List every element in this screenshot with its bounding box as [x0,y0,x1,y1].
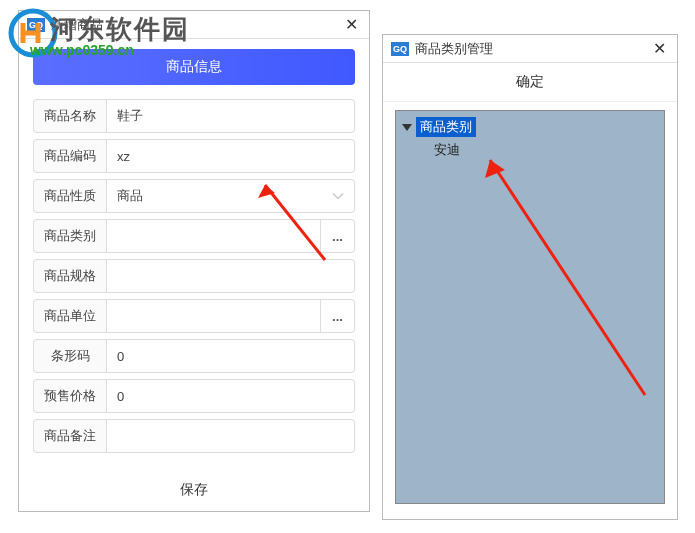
app-icon: GQ [391,42,409,56]
titlebar: GQ 商品类别管理 ✕ [383,35,677,63]
tree-collapse-icon[interactable] [402,124,412,131]
unit-input[interactable] [107,299,321,333]
barcode-label: 条形码 [33,339,107,373]
remark-input[interactable] [107,419,355,453]
category-manager-window: GQ 商品类别管理 ✕ 确定 商品类别 安迪 [382,34,678,520]
unit-label: 商品单位 [33,299,107,333]
tree-root-node[interactable]: 商品类别 [400,115,660,139]
chevron-down-icon [332,189,344,204]
watermark-url: www.pc0359.cn [30,42,134,58]
code-input[interactable]: xz [107,139,355,173]
new-product-window: GQ 新增商品 ✕ 商品信息 商品名称 鞋子 商品编码 xz 商品性质 商品 商… [18,10,370,512]
category-label: 商品类别 [33,219,107,253]
close-icon[interactable]: ✕ [649,39,669,59]
spec-label: 商品规格 [33,259,107,293]
nature-label: 商品性质 [33,179,107,213]
category-tree: 商品类别 安迪 [395,110,665,504]
save-button[interactable]: 保存 [33,473,355,507]
code-label: 商品编码 [33,139,107,173]
category-browse-button[interactable]: ... [321,219,355,253]
nature-value: 商品 [117,187,143,205]
nature-select[interactable]: 商品 [107,179,355,213]
remark-label: 商品备注 [33,419,107,453]
window-title: 商品类别管理 [415,40,649,58]
spec-input[interactable] [107,259,355,293]
name-input[interactable]: 鞋子 [107,99,355,133]
tree-root-label: 商品类别 [416,117,476,137]
tree-child-node[interactable]: 安迪 [400,139,660,159]
confirm-button[interactable]: 确定 [383,63,677,102]
close-icon[interactable]: ✕ [341,15,361,35]
presale-label: 预售价格 [33,379,107,413]
unit-browse-button[interactable]: ... [321,299,355,333]
category-input[interactable] [107,219,321,253]
name-label: 商品名称 [33,99,107,133]
barcode-input[interactable]: 0 [107,339,355,373]
presale-input[interactable]: 0 [107,379,355,413]
